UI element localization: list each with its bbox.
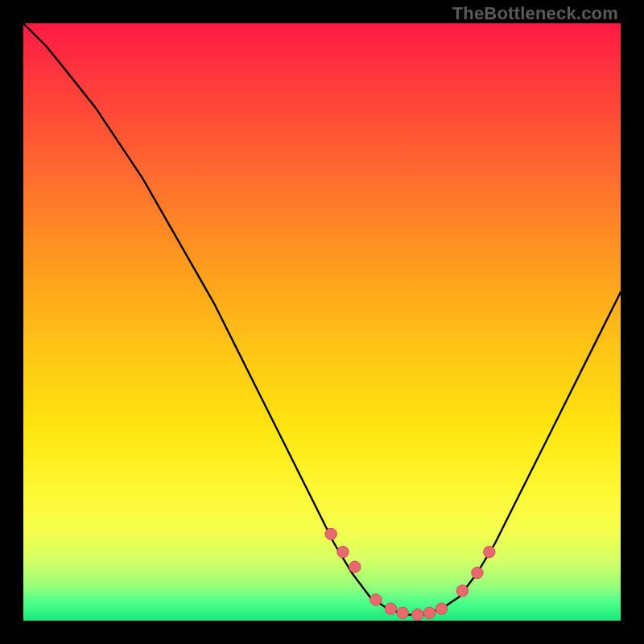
highlight-dot [337, 547, 349, 558]
highlight-dot [456, 585, 468, 597]
highlight-dot [370, 594, 382, 605]
highlight-dot [484, 547, 495, 558]
bottleneck-curve [23, 23, 621, 615]
highlight-dot [436, 603, 447, 614]
chart-frame [23, 23, 621, 621]
highlight-dot [325, 528, 336, 539]
watermark-text: TheBottleneck.com [452, 3, 618, 24]
highlight-dot [472, 567, 483, 578]
highlight-dot [397, 607, 408, 618]
bottleneck-highlight-markers [325, 528, 495, 621]
highlight-dot [412, 609, 423, 620]
highlight-dot [385, 603, 396, 614]
chart-svg [23, 23, 621, 621]
highlight-dot [423, 607, 435, 618]
highlight-dot [349, 561, 361, 572]
